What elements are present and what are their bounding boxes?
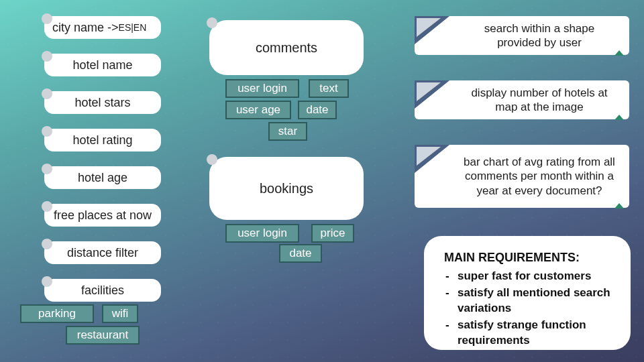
label: user login: [237, 227, 287, 240]
requirements-list: super fast for customers satisfy all men…: [444, 269, 613, 349]
text: display number of hotels at map at the i…: [462, 86, 617, 115]
dot: [207, 154, 217, 165]
label: facilities: [81, 284, 124, 298]
pill-hotel-rating: hotel rating: [44, 129, 161, 152]
dot: [42, 13, 52, 24]
req-item: satisfy all mentioned search variations: [458, 286, 613, 316]
label: price: [321, 227, 345, 240]
label: hotel stars: [74, 96, 130, 110]
chip-user-age: user age: [225, 101, 291, 119]
label: city name ->: [52, 21, 119, 35]
label: free places at now: [54, 208, 152, 223]
pill-distance-filter: distance filter: [44, 241, 161, 264]
dot: [42, 239, 52, 249]
chip-user-login-b: user login: [225, 224, 299, 243]
label: wifi: [112, 307, 129, 320]
title: comments: [256, 40, 317, 56]
req-item: super fast for customers: [458, 269, 613, 284]
label-langs: ES|EN: [119, 22, 147, 33]
chip-wifi: wifi: [102, 304, 138, 323]
pill-city: city name -> ES|EN: [44, 16, 161, 39]
chip-price: price: [311, 224, 354, 243]
requirements-heading: MAIN REQUIREMENTS:: [444, 251, 613, 265]
chip-date: date: [298, 101, 337, 119]
pill-hotel-name: hotel name: [44, 54, 161, 76]
chip-parking: parking: [20, 304, 94, 323]
callout-chart: bar chart of avg rating from all comment…: [415, 145, 629, 208]
card-bookings: bookings: [209, 157, 364, 220]
text: bar chart of avg rating from all comment…: [462, 155, 617, 198]
title: bookings: [260, 181, 313, 196]
label: hotel age: [78, 171, 127, 185]
pill-hotel-age: hotel age: [44, 166, 161, 189]
dot: [207, 17, 217, 28]
callout-shape: search within a shape provided by user: [415, 16, 629, 55]
pill-facilities: facilities: [44, 279, 161, 302]
dot: [42, 51, 52, 62]
corner-icon: [417, 147, 441, 166]
label: parking: [38, 307, 76, 320]
text: search within a shape provided by user: [462, 21, 617, 50]
triangle-icon: [614, 115, 624, 120]
req-item: satisfy strange function requirements: [458, 318, 613, 349]
chip-restaurant: restaurant: [66, 326, 140, 345]
triangle-icon: [614, 50, 624, 56]
card-comments: comments: [209, 20, 364, 75]
label: date: [306, 103, 328, 117]
corner-icon: [417, 18, 441, 37]
chip-star: star: [268, 122, 307, 141]
label: user login: [237, 82, 287, 95]
pill-hotel-stars: hotel stars: [44, 91, 161, 114]
label: user age: [236, 103, 280, 117]
label: hotel name: [72, 58, 132, 72]
label: date: [289, 247, 311, 260]
dot: [42, 276, 52, 287]
label: distance filter: [67, 246, 138, 260]
requirements-box: MAIN REQUIREMENTS: super fast for custom…: [424, 236, 631, 350]
corner-icon: [417, 82, 441, 101]
pill-free-places: free places at now: [44, 204, 161, 227]
label: text: [319, 82, 337, 95]
dot: [42, 201, 52, 212]
dot: [42, 126, 52, 137]
triangle-icon: [614, 203, 624, 208]
chip-date-b: date: [279, 244, 322, 263]
dot: [42, 88, 52, 99]
label: hotel rating: [72, 133, 132, 147]
dot: [42, 164, 52, 174]
chip-user-login: user login: [225, 79, 299, 98]
chip-text: text: [309, 79, 349, 98]
label: star: [278, 125, 297, 138]
label: restaurant: [77, 328, 129, 342]
callout-map: display number of hotels at map at the i…: [415, 80, 629, 119]
